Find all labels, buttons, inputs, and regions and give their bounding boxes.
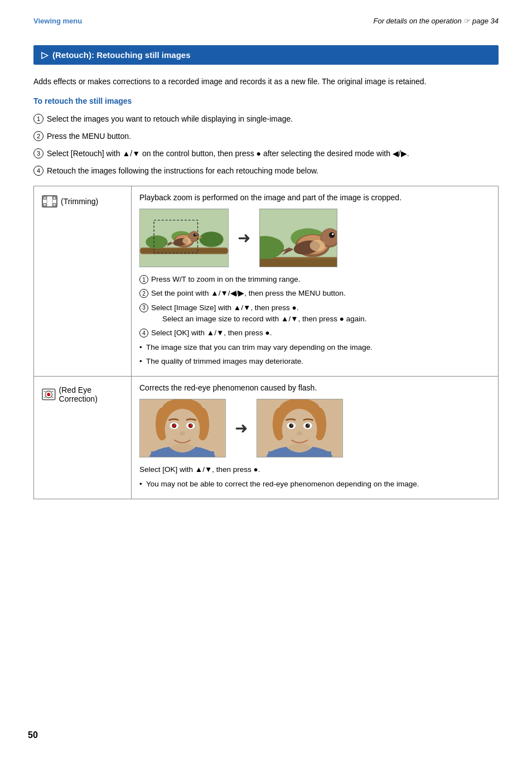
svg-point-38 bbox=[329, 232, 335, 238]
svg-point-63 bbox=[175, 424, 176, 425]
svg-point-69 bbox=[171, 443, 193, 452]
retouch-modes-table: (Trimming) Playback zoom is performed on… bbox=[33, 186, 499, 499]
step-text: Select [Retouch] with ▲/▼ on the control… bbox=[47, 148, 409, 160]
header-reference: For details on the operation ☞ page 34 bbox=[373, 17, 499, 25]
table-row: (Red Eye Correction) Corrects the red-ey… bbox=[34, 376, 499, 499]
list-item: 1 Select the images you want to retouch … bbox=[33, 113, 499, 125]
svg-point-23 bbox=[182, 238, 191, 244]
arrow-icon: ➜ bbox=[238, 229, 250, 247]
svg-rect-4 bbox=[53, 204, 56, 206]
redeye-before-image bbox=[139, 399, 226, 457]
list-item: 1 Press W/T to zoom in on the trimming r… bbox=[139, 274, 490, 285]
list-item: The quality of trimmed images may deteri… bbox=[139, 356, 490, 367]
svg-point-67 bbox=[191, 424, 192, 425]
trimming-description: Playback zoom is performed on the image … bbox=[139, 193, 490, 202]
step-number: 2 bbox=[139, 289, 148, 298]
step-text: Select the images you want to retouch wh… bbox=[47, 113, 293, 125]
row-label-redeye: (Red Eye Correction) bbox=[42, 383, 123, 403]
intro-text: Adds effects or makes corrections to a r… bbox=[33, 76, 499, 88]
list-item: The image size that you can trim may var… bbox=[139, 342, 490, 353]
sub-heading: To retouch the still images bbox=[33, 97, 499, 105]
svg-rect-27 bbox=[260, 259, 337, 267]
redeye-bullets: You may not be able to correct the red-e… bbox=[139, 479, 490, 490]
bird-after-svg bbox=[260, 209, 337, 267]
trimming-before-image bbox=[139, 209, 229, 267]
step-number: 4 bbox=[139, 329, 148, 337]
svg-rect-3 bbox=[43, 204, 46, 206]
table-cell-content-redeye: Corrects the red-eye phenomenon caused b… bbox=[132, 376, 499, 499]
svg-point-89 bbox=[288, 443, 310, 452]
step-text: Select [OK] with ▲/▼, then press ●. bbox=[139, 464, 260, 475]
svg-point-83 bbox=[292, 424, 293, 425]
page-header: Viewing menu For details on the operatio… bbox=[33, 17, 499, 28]
svg-point-21 bbox=[195, 234, 196, 235]
step-number: 3 bbox=[33, 148, 43, 158]
header-section-title: Viewing menu bbox=[33, 17, 82, 25]
svg-rect-2 bbox=[53, 197, 56, 199]
step-text: Select [Image Size] with ▲/▼, then press… bbox=[151, 302, 367, 325]
svg-rect-0 bbox=[42, 196, 57, 207]
steps-list: 1 Select the images you want to retouch … bbox=[33, 113, 499, 177]
svg-point-45 bbox=[49, 393, 50, 394]
table-cell-label: (Trimming) bbox=[34, 186, 132, 377]
face-before-svg bbox=[140, 399, 225, 457]
svg-point-88 bbox=[297, 431, 302, 436]
trimming-bullets: The image size that you can trim may var… bbox=[139, 342, 490, 367]
redeye-description: Corrects the red-eye phenomenon caused b… bbox=[139, 383, 490, 392]
svg-rect-9 bbox=[141, 249, 228, 253]
bird-before-svg bbox=[140, 209, 228, 267]
list-item: 4 Select [OK] with ▲/▼, then press ●. bbox=[139, 327, 490, 339]
svg-point-68 bbox=[180, 431, 185, 436]
step-number: 2 bbox=[33, 131, 43, 141]
redeye-icon bbox=[42, 388, 56, 401]
step-number: 1 bbox=[139, 275, 148, 284]
list-item: 3 Select [Retouch] with ▲/▼ on the contr… bbox=[33, 148, 499, 160]
list-item: 2 Press the MENU button. bbox=[33, 131, 499, 142]
row-label-trimming: (Trimming) bbox=[42, 193, 123, 208]
face-after-svg bbox=[257, 399, 342, 457]
table-cell-content-trimming: Playback zoom is performed on the image … bbox=[132, 186, 499, 377]
page-number: 50 bbox=[28, 730, 38, 740]
redeye-label: (Red Eye Correction) bbox=[59, 385, 123, 403]
section-title-icon: ▷ bbox=[41, 50, 48, 60]
step-number: 4 bbox=[33, 166, 43, 176]
svg-point-44 bbox=[47, 393, 50, 396]
svg-point-20 bbox=[194, 233, 197, 237]
trimming-steps-list: 1 Press W/T to zoom in on the trimming r… bbox=[139, 274, 490, 339]
list-item: 4 Retouch the images following the instr… bbox=[33, 165, 499, 177]
svg-point-41 bbox=[310, 240, 325, 252]
svg-point-87 bbox=[308, 424, 309, 425]
step-text: Set the point with ▲/▼/◀/▶, then press t… bbox=[151, 288, 346, 299]
step-text: Press the MENU button. bbox=[47, 131, 131, 142]
svg-point-11 bbox=[199, 232, 223, 247]
step-text: Select [OK] with ▲/▼, then press ●. bbox=[151, 327, 272, 339]
trimming-image-area: ➜ bbox=[139, 209, 490, 267]
svg-point-10 bbox=[146, 235, 167, 249]
redeye-steps-list: Select [OK] with ▲/▼, then press ●. bbox=[139, 464, 490, 475]
trimming-label: (Trimming) bbox=[61, 197, 98, 206]
table-row: (Trimming) Playback zoom is performed on… bbox=[34, 186, 499, 377]
step-number: 3 bbox=[139, 303, 148, 312]
trimming-after-image bbox=[259, 209, 337, 267]
redeye-image-area: ➜ bbox=[139, 399, 490, 457]
list-item: Select [OK] with ▲/▼, then press ●. bbox=[139, 464, 490, 475]
list-item: 3 Select [Image Size] with ▲/▼, then pre… bbox=[139, 302, 490, 325]
svg-rect-1 bbox=[43, 197, 46, 199]
svg-point-39 bbox=[332, 233, 333, 235]
ref-symbol: ☞ bbox=[463, 17, 470, 25]
step-number: 1 bbox=[33, 114, 43, 124]
table-cell-label-redeye: (Red Eye Correction) bbox=[34, 376, 132, 499]
section-title-text: (Retouch): Retouching still images bbox=[52, 50, 191, 60]
section-title-box: ▷ (Retouch): Retouching still images bbox=[33, 45, 499, 65]
step-text: Press W/T to zoom in on the trimming ran… bbox=[151, 274, 301, 285]
trimming-icon bbox=[42, 195, 57, 208]
arrow-icon: ➜ bbox=[235, 419, 248, 437]
step-text: Retouch the images following the instruc… bbox=[47, 165, 318, 177]
list-item: 2 Set the point with ▲/▼/◀/▶, then press… bbox=[139, 288, 490, 299]
list-item: You may not be able to correct the red-e… bbox=[139, 479, 490, 490]
redeye-after-image bbox=[257, 399, 343, 457]
